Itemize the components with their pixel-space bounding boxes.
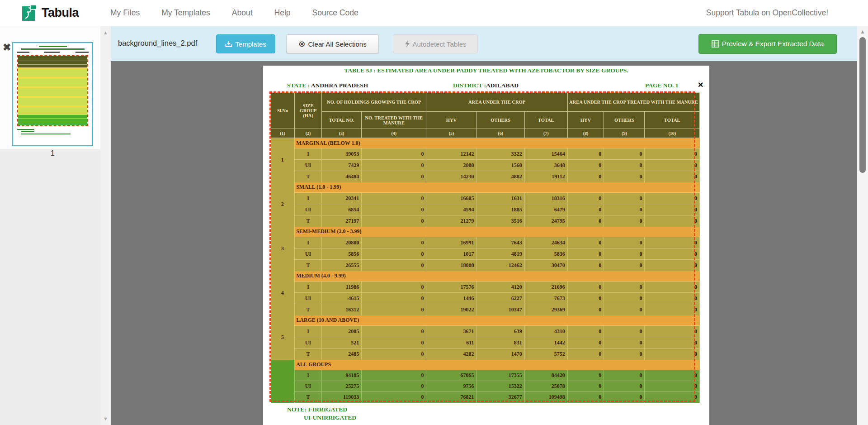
support-link[interactable]: Support Tabula on OpenCollective!	[706, 8, 828, 18]
pdf-note-line2: UI-UNIRRIGATED	[304, 414, 356, 421]
clear-button-label: Clear All Selections	[308, 40, 366, 48]
page-number-label: 1	[12, 149, 93, 158]
remove-page-icon[interactable]: ✖	[3, 43, 11, 53]
thumb-table-header	[18, 56, 87, 67]
filename-label: background_lines_2.pdf	[118, 39, 197, 48]
tabula-logo[interactable]: Tabula	[20, 3, 79, 24]
nav-item-help[interactable]: Help	[264, 8, 302, 18]
table-list-icon	[712, 40, 719, 48]
nav-item-about[interactable]: About	[221, 8, 264, 18]
lightning-icon	[405, 40, 410, 48]
autodetect-tables-button[interactable]: Autodetect Tables	[393, 34, 478, 53]
document-viewer: TABLE 5J : ESTIMATED AREA UNDER PADDY TR…	[111, 61, 857, 425]
nav-item-source-code[interactable]: Source Code	[302, 8, 369, 18]
circle-x-icon: ⊗	[298, 40, 305, 48]
toolbar: background_lines_2.pdf Templates ⊗ Clear…	[111, 26, 857, 61]
scroll-down-icon[interactable]: ▼	[100, 416, 111, 421]
brand-title: Tabula	[42, 6, 79, 20]
state-text: STATE : ANDHRA PRADESH	[287, 82, 368, 89]
thumb-table-footer	[18, 115, 87, 125]
thumb-title-line	[39, 46, 67, 47]
save-template-icon	[225, 40, 232, 48]
nav-item-my-files[interactable]: My Files	[99, 8, 151, 18]
selection-box[interactable]	[269, 91, 695, 402]
thumb-table-body	[18, 67, 87, 115]
selection-close-icon[interactable]: ✕	[698, 81, 703, 89]
district-text: DISTRICT :ADILABAD	[453, 82, 519, 89]
clear-all-selections-button[interactable]: ⊗ Clear All Selections	[286, 34, 379, 53]
sidebar-scrollbar[interactable]: ▲ ▼	[100, 26, 111, 425]
templates-button[interactable]: Templates	[216, 34, 275, 53]
page-no-text: PAGE NO. 1	[645, 82, 679, 89]
main-scroll-up-icon[interactable]: ▲	[857, 29, 868, 35]
scroll-up-icon[interactable]: ▲	[100, 30, 111, 35]
nav-menu: My Files My Templates About Help Source …	[99, 8, 369, 18]
autodetect-button-label: Autodetect Tables	[413, 40, 467, 48]
pdf-table-title: TABLE 5J : ESTIMATED AREA UNDER PADDY TR…	[263, 67, 709, 74]
thumb-selection-overlay	[17, 55, 88, 126]
templates-button-label: Templates	[235, 40, 266, 48]
main-scrollbar[interactable]: ▲	[857, 26, 868, 425]
thumb-meta-line	[17, 52, 89, 53]
main-scroll-thumb[interactable]	[859, 37, 866, 173]
navbar: Tabula My Files My Templates About Help …	[0, 0, 868, 26]
page-thumbnail[interactable]	[12, 42, 93, 146]
sidebar-thumbnails: ✖ 1 ▲ ▼	[0, 26, 111, 425]
pdf-lock-logo-icon	[20, 3, 38, 24]
thumb-subtitle-line	[21, 48, 85, 50]
pdf-page: TABLE 5J : ESTIMATED AREA UNDER PADDY TR…	[263, 66, 709, 425]
export-button-label: Preview & Export Extracted Data	[722, 40, 824, 48]
pdf-note-line1: NOTE: I-IRRIGATED	[287, 406, 347, 413]
nav-item-my-templates[interactable]: My Templates	[151, 8, 221, 18]
preview-export-button[interactable]: Preview & Export Extracted Data	[698, 34, 837, 54]
thumb-notes	[17, 129, 85, 136]
